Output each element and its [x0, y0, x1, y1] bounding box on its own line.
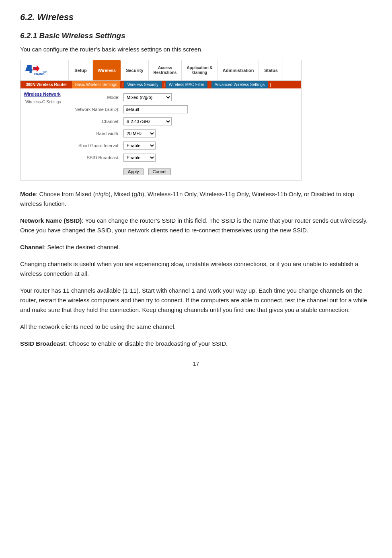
- label-mode: Mode:: [71, 95, 123, 100]
- select-bandwidth[interactable]: 20 MHz: [123, 129, 156, 137]
- svg-marker-1: [27, 65, 29, 69]
- form-row-guard: Short Guard Interval: Enable: [71, 142, 295, 150]
- control-mode: Mixed (n/g/b): [123, 93, 172, 101]
- router-sidebar: Wireless Network Wireless-G Settings: [24, 92, 68, 177]
- label-ssid: Network Name (SSID):: [71, 107, 123, 112]
- label-guard: Short Guard Interval:: [71, 143, 123, 148]
- router-topbar: IRLINK A 101 Setup Wireless Security Acc…: [21, 60, 301, 81]
- router-subnav: 300N Wireless Router Basic Wireless Sett…: [21, 81, 301, 88]
- select-ssid-broadcast[interactable]: Enable: [123, 154, 156, 162]
- sub-title: 6.2.1 Basic Wireless Settings: [20, 31, 372, 40]
- label-ssid-broadcast: SSID Broadcast:: [71, 155, 123, 160]
- nav-setup[interactable]: Setup: [69, 60, 93, 80]
- button-row: Apply Cancel: [71, 168, 295, 175]
- para-channel-desc: Changing channels is useful when you are…: [20, 259, 372, 279]
- subnav-sep4: |: [270, 82, 271, 87]
- form-row-mode: Mode: Mixed (n/g/b): [71, 93, 295, 101]
- form-row-bandwidth: Band width: 20 MHz: [71, 129, 295, 137]
- para-channel: Channel: Select the desired channel.: [20, 242, 372, 252]
- para-channel-desc3: All the network clients need to be using…: [20, 322, 372, 332]
- para-ssid-broadcast: SSID Broadcast: Choose to enable or disa…: [20, 339, 372, 349]
- section-title: 6.2. Wireless: [20, 12, 372, 23]
- select-mode[interactable]: Mixed (n/g/b): [123, 93, 172, 101]
- label-channel-bold: Channel: [20, 244, 44, 250]
- subnav-advanced[interactable]: Advanced Wireless Settings: [211, 81, 268, 88]
- input-ssid[interactable]: [123, 105, 188, 113]
- nav-status[interactable]: Status: [259, 60, 283, 80]
- intro-text: You can configure the router’s basic wir…: [20, 46, 372, 53]
- label-ssid-broadcast-bold: SSID Broadcast: [20, 340, 66, 347]
- subnav-sep3: |: [209, 82, 211, 87]
- nav-wireless[interactable]: Wireless: [93, 60, 121, 80]
- label-bandwidth: Band width:: [71, 131, 123, 136]
- svg-text:101: 101: [42, 70, 48, 74]
- form-row-channel: Channel: 6-2.437GHz: [71, 117, 295, 125]
- router-content: Wireless Network Wireless-G Settings Mod…: [21, 88, 301, 180]
- control-ssid: [123, 105, 188, 113]
- nav-app-gaming[interactable]: Application &Gaming: [182, 60, 218, 80]
- router-form: Mode: Mixed (n/g/b) Network Name (SSID):…: [68, 92, 298, 177]
- apply-button[interactable]: Apply: [123, 168, 144, 175]
- svg-text:A: A: [34, 66, 36, 70]
- form-row-ssid: Network Name (SSID):: [71, 105, 295, 113]
- control-guard: Enable: [123, 142, 156, 150]
- subnav-mac[interactable]: Wireless MAC Filter: [166, 81, 207, 88]
- control-ssid-broadcast: Enable: [123, 154, 156, 162]
- select-channel[interactable]: 6-2.437GHz: [123, 117, 172, 125]
- select-guard[interactable]: Enable: [123, 142, 156, 150]
- sidebar-item-wireless-g: Wireless-G Settings: [24, 100, 68, 104]
- para-channel-desc2: Your router has 11 channels available (1…: [20, 286, 372, 315]
- subnav-sep2: |: [164, 82, 165, 87]
- subnav-brand: 300N Wireless Router: [23, 81, 70, 88]
- form-row-ssid-broadcast: SSID Broadcast: Enable: [71, 154, 295, 162]
- nav-security[interactable]: Security: [121, 60, 148, 80]
- control-bandwidth: 20 MHz: [123, 129, 156, 137]
- nav-administration[interactable]: Administration: [218, 60, 259, 80]
- router-screenshot: IRLINK A 101 Setup Wireless Security Acc…: [20, 60, 302, 181]
- label-channel: Channel:: [71, 119, 123, 124]
- label-ssid-bold: Network Name (SSID): [20, 217, 82, 224]
- para-ssid: Network Name (SSID): You can change the …: [20, 216, 372, 235]
- para-mode-text: : Choose from Mixed (n/g/b), Mixed (g/b)…: [20, 191, 354, 207]
- control-channel: 6-2.437GHz: [123, 117, 172, 125]
- subnav-sep1: |: [122, 82, 123, 87]
- sidebar-title: Wireless Network: [24, 92, 68, 96]
- router-logo: IRLINK A 101: [21, 60, 69, 80]
- page-number: 17: [20, 361, 372, 367]
- cancel-button[interactable]: Cancel: [148, 168, 171, 175]
- nav-access-restrictions[interactable]: AccessRestrictions: [149, 60, 182, 80]
- router-nav: Setup Wireless Security AccessRestrictio…: [69, 60, 301, 80]
- subnav-basic[interactable]: Basic Wireless Settings: [72, 81, 120, 88]
- subnav-security[interactable]: Wireless Security: [124, 81, 162, 88]
- para-mode: Mode: Choose from Mixed (n/g/b), Mixed (…: [20, 189, 372, 209]
- para-channel-text: : Select the desired channel.: [44, 244, 120, 250]
- para-ssid-broadcast-text: : Choose to enable or disable the broadc…: [66, 340, 228, 347]
- label-mode-bold: Mode: [20, 191, 36, 197]
- airlink-logo: IRLINK A 101: [25, 63, 57, 78]
